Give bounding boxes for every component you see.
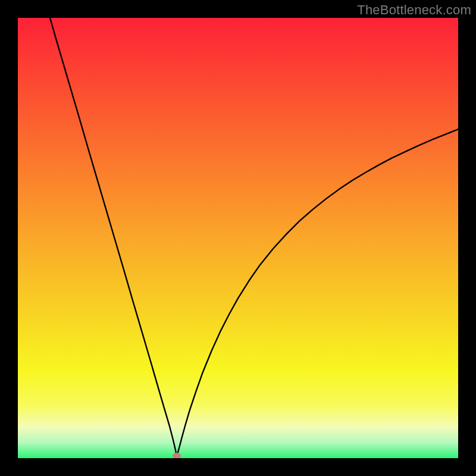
min-marker	[173, 453, 181, 458]
watermark-text: TheBottleneck.com	[357, 2, 471, 18]
chart-container: TheBottleneck.com	[0, 0, 476, 476]
plot-area	[18, 18, 458, 458]
curve-layer	[18, 18, 458, 458]
bottleneck-curve	[50, 18, 458, 456]
